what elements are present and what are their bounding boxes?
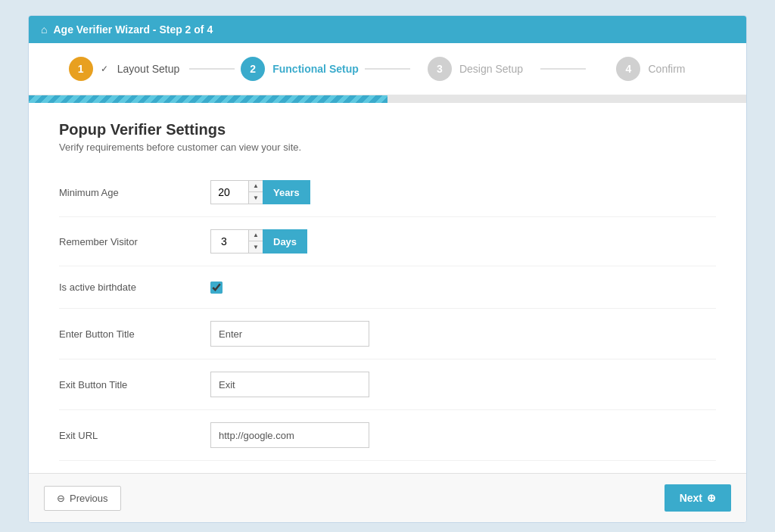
previous-icon: ⊖ [57,493,65,504]
remember-visitor-unit[interactable]: Days [263,229,307,254]
exit-url-input[interactable] [210,422,369,448]
step-3: 3 Design Setup [410,57,540,81]
step-2-label: Functional Setup [272,63,359,75]
exit-button-title-row: Exit Button Title [59,359,716,410]
step-4-label: Confirm [648,63,685,75]
step-1-label: Layout Setup [117,63,180,75]
minimum-age-spinner: ▲ ▼ [248,180,263,204]
remember-visitor-input[interactable] [210,229,248,254]
enter-button-title-control [210,321,369,347]
exit-url-label: Exit URL [59,430,210,441]
next-label: Next [680,492,702,504]
enter-button-title-row: Enter Button Title [59,309,716,359]
minimum-age-input[interactable] [210,180,248,204]
wizard-title: Age Verifier Wizard - Step 2 of 4 [53,23,213,36]
minimum-age-unit[interactable]: Years [263,180,310,204]
exit-url-row: Exit URL [59,410,716,461]
remember-visitor-label: Remember Visitor [59,236,210,247]
next-button[interactable]: Next ⊕ [665,484,731,512]
minimum-age-down[interactable]: ▼ [249,192,263,204]
enter-button-title-input[interactable] [210,321,369,347]
previous-button[interactable]: ⊖ Previous [44,486,121,511]
remember-visitor-input-wrapper: ▲ ▼ Days [210,229,307,254]
minimum-age-input-wrapper: ▲ ▼ Years [210,180,310,204]
remember-visitor-spinner: ▲ ▼ [248,229,263,254]
step-2-circle: 2 [241,57,265,81]
wizard-header: ⌂ Age Verifier Wizard - Step 2 of 4 [29,16,746,43]
step-4: 4 Confirm [586,57,716,81]
progress-bar-fill [29,95,388,103]
minimum-age-label: Minimum Age [59,187,210,198]
section-subtitle: Verify requirements before customer can … [59,142,716,153]
is-active-birthdate-control [210,282,223,294]
home-icon: ⌂ [41,23,47,36]
step-3-label: Design Setup [459,63,523,75]
is-active-birthdate-label: Is active birthdate [59,282,210,293]
step-connector-2 [365,68,410,70]
exit-button-title-input[interactable] [210,372,369,397]
enter-button-title-label: Enter Button Title [59,328,210,340]
step-1-circle: 1 [69,57,93,81]
previous-label: Previous [70,493,108,504]
exit-button-title-label: Exit Button Title [59,379,210,390]
remember-visitor-row: Remember Visitor ▲ ▼ Days [59,217,716,266]
is-active-birthdate-checkbox[interactable] [210,282,223,294]
exit-url-control [210,422,369,448]
is-active-birthdate-row: Is active birthdate [59,266,716,309]
content-area: Popup Verifier Settings Verify requireme… [29,103,746,473]
step-1-check: ✓ [101,64,108,74]
minimum-age-up[interactable]: ▲ [249,181,263,192]
step-connector-1 [189,68,235,70]
step-3-circle: 3 [428,57,452,81]
minimum-age-control: ▲ ▼ Years [210,180,310,204]
remember-visitor-down[interactable]: ▼ [249,241,263,253]
remember-visitor-control: ▲ ▼ Days [210,229,307,254]
wizard-container: ⌂ Age Verifier Wizard - Step 2 of 4 1 ✓ … [28,15,747,523]
next-icon: ⊕ [707,492,716,504]
step-1: 1 ✓ Layout Setup [59,57,189,81]
step-2: 2 Functional Setup [235,57,365,81]
section-title: Popup Verifier Settings [59,121,716,138]
step-connector-3 [540,68,586,70]
steps-bar: 1 ✓ Layout Setup 2 Functional Setup 3 De… [29,43,746,95]
progress-bar-container [29,95,746,103]
exit-button-title-control [210,372,369,397]
minimum-age-row: Minimum Age ▲ ▼ Years [59,168,716,217]
remember-visitor-up[interactable]: ▲ [249,230,263,241]
step-4-circle: 4 [616,57,640,81]
footer-bar: ⊖ Previous Next ⊕ [29,473,746,522]
